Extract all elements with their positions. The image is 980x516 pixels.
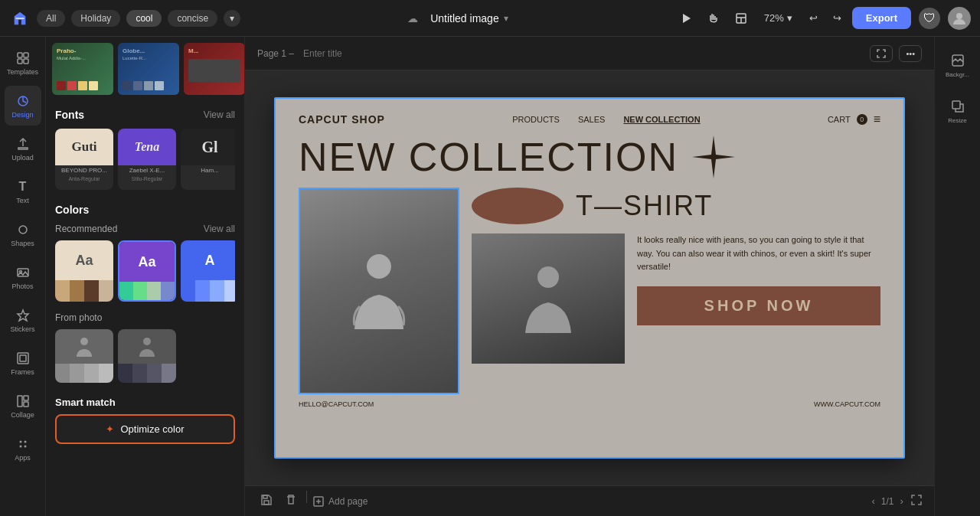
svg-rect-16 — [20, 355, 26, 361]
next-page-button[interactable]: › — [899, 494, 905, 508]
template-thumb-3[interactable]: M... — [184, 43, 244, 95]
dc-link-collection[interactable]: NEW COLLECTION — [623, 115, 700, 124]
dc-nav-links: PRODUCTS SALES NEW COLLECTION — [512, 115, 700, 124]
sidebar-item-shapes[interactable]: Shapes — [5, 214, 41, 254]
sidebar-item-design[interactable]: Design — [5, 86, 41, 126]
dc-link-sales[interactable]: SALES — [578, 115, 605, 124]
dc-footer-right: WWW.CAPCUT.COM — [814, 400, 880, 408]
undo-button[interactable]: ↩ — [805, 8, 822, 28]
background-icon — [951, 54, 965, 69]
rpanel-resize[interactable]: Resize — [939, 92, 976, 132]
dc-link-products[interactable]: PRODUCTS — [512, 115, 560, 124]
svg-marker-14 — [18, 310, 28, 321]
topbar-right: Export 🛡 — [852, 7, 971, 30]
photo-card-1[interactable] — [55, 329, 113, 383]
dc-logo: CAPCUT SHOP — [299, 113, 385, 126]
dc-hamburger-icon[interactable]: ≡ — [874, 113, 880, 126]
tag-cool[interactable]: cool — [126, 10, 162, 27]
font-card-3[interactable]: Gl Ham... — [181, 129, 235, 190]
expand-button[interactable] — [870, 45, 893, 62]
dc-oval-shape — [472, 188, 564, 224]
main: Templates Design Upload T Text Shapes — [0, 37, 980, 516]
hand-tool-button[interactable] — [703, 8, 724, 29]
font-card-1[interactable]: Guti BEYOND PRO... Anta-Regular — [55, 129, 113, 190]
bottom-left: Add page — [257, 491, 368, 511]
redo-button[interactable]: ↪ — [828, 8, 846, 28]
shield-icon[interactable]: 🛡 — [919, 8, 940, 29]
apps-label: Apps — [15, 454, 31, 462]
tag-all[interactable]: All — [37, 10, 65, 27]
font-grid: Guti BEYOND PRO... Anta-Regular Tena Zae… — [55, 129, 235, 190]
sidebar-item-frames[interactable]: Frames — [5, 343, 41, 383]
resize-icon — [951, 100, 965, 115]
canvas-scroll: CAPCUT SHOP PRODUCTS SALES NEW COLLECTIO… — [245, 70, 934, 485]
smart-match-section: Smart match ✦ Optimize color — [46, 389, 244, 452]
doc-title-chevron[interactable]: ▾ — [504, 13, 508, 24]
doc-title[interactable]: CAPCUT SHOP Untitled image ▾ — [430, 12, 508, 24]
more-options-button[interactable]: ••• — [899, 45, 922, 62]
dc-footer-left: HELLO@CAPCUT.COM — [299, 400, 374, 408]
font-card-2[interactable]: Tena Zaebel X-E... Stilu-Regular — [118, 129, 176, 190]
fonts-header: Fonts View all — [55, 109, 235, 121]
export-button[interactable]: Export — [852, 7, 911, 29]
add-page-label: Add page — [328, 496, 368, 507]
photo-card-2[interactable] — [118, 329, 176, 383]
delete-button[interactable] — [282, 491, 300, 511]
zoom-button[interactable]: 72% ▾ — [758, 9, 799, 27]
right-panel: Backgr... Resize — [934, 37, 980, 516]
frames-label: Frames — [11, 368, 34, 376]
topbar: All Holiday cool concise ▾ ☁ CAPCUT SHOP… — [0, 0, 980, 37]
dc-footer: HELLO@CAPCUT.COM WWW.CAPCUT.COM — [276, 394, 903, 414]
color-card-2[interactable]: Aa — [118, 240, 176, 302]
rpanel-background[interactable]: Backgr... — [939, 46, 976, 86]
sidebar-item-templates[interactable]: Templates — [5, 43, 41, 83]
sidebar-item-stickers[interactable]: Stickers — [5, 300, 41, 340]
sidebar-item-apps[interactable]: Apps — [5, 429, 41, 469]
template-thumb-1[interactable]: Praho- Mulat Addis-... — [52, 43, 113, 95]
color-card-3[interactable]: A — [181, 240, 235, 302]
template-thumb-2[interactable]: Globe... Lucette-R... — [118, 43, 179, 95]
design-canvas: CAPCUT SHOP PRODUCTS SALES NEW COLLECTIO… — [276, 99, 903, 457]
color-card-1[interactable]: Aa — [55, 240, 113, 302]
fullscreen-button[interactable] — [911, 495, 922, 508]
apps-icon — [15, 436, 31, 452]
dc-tshirt-label: T—SHIRT — [576, 190, 713, 222]
add-page-button[interactable]: Add page — [313, 491, 368, 511]
play-tool-button[interactable] — [675, 8, 697, 29]
canvas-frame[interactable]: CAPCUT SHOP PRODUCTS SALES NEW COLLECTIO… — [274, 97, 905, 459]
icon-nav: Templates Design Upload T Text Shapes — [0, 37, 46, 516]
avatar[interactable] — [948, 7, 971, 30]
logo-icon[interactable] — [9, 8, 31, 29]
sidebar-item-photos[interactable]: Photos — [5, 257, 41, 297]
template-thumbnails: Praho- Mulat Addis-... Globe... Lucette-… — [46, 37, 244, 101]
prev-page-button[interactable]: ‹ — [870, 494, 876, 508]
swatches-2 — [119, 282, 175, 302]
sidebar-item-text[interactable]: T Text — [5, 171, 41, 211]
svg-point-27 — [537, 266, 559, 288]
font-sub-1: BEYOND PRO... — [55, 165, 113, 176]
save-icon-button[interactable] — [257, 491, 276, 511]
bottom-separator — [306, 491, 307, 503]
svg-rect-7 — [24, 53, 28, 57]
tag-concise[interactable]: concise — [168, 10, 217, 27]
colors-view-all[interactable]: View all — [204, 224, 235, 234]
more-tags-button[interactable]: ▾ — [224, 10, 240, 27]
sidebar-item-collage[interactable]: Collage — [5, 386, 41, 426]
layout-tool-button[interactable] — [730, 8, 752, 29]
optimize-color-button[interactable]: ✦ Optimize color — [55, 414, 235, 444]
dc-headline: NEW COLLECTION — [276, 134, 903, 180]
swatches-1 — [55, 280, 113, 302]
dc-right-content: T—SHIRT — [472, 188, 880, 394]
fonts-view-all[interactable]: View all — [204, 109, 235, 120]
dc-shop-button[interactable]: SHOP NOW — [637, 286, 880, 325]
collage-icon — [15, 394, 31, 409]
sidebar-item-upload[interactable]: Upload — [5, 129, 41, 168]
from-photo-section: From photo — [55, 312, 235, 383]
dc-tshirt-row: T—SHIRT — [472, 188, 880, 224]
bottom-bar: Add page ‹ 1/1 › — [245, 485, 934, 516]
page-label: Page 1 – — [257, 48, 294, 59]
tag-holiday[interactable]: Holiday — [71, 10, 120, 27]
svg-marker-1 — [683, 14, 691, 23]
page-title-input[interactable] — [303, 48, 418, 59]
dc-description: It looks really nice with jeans, so you … — [637, 234, 880, 274]
